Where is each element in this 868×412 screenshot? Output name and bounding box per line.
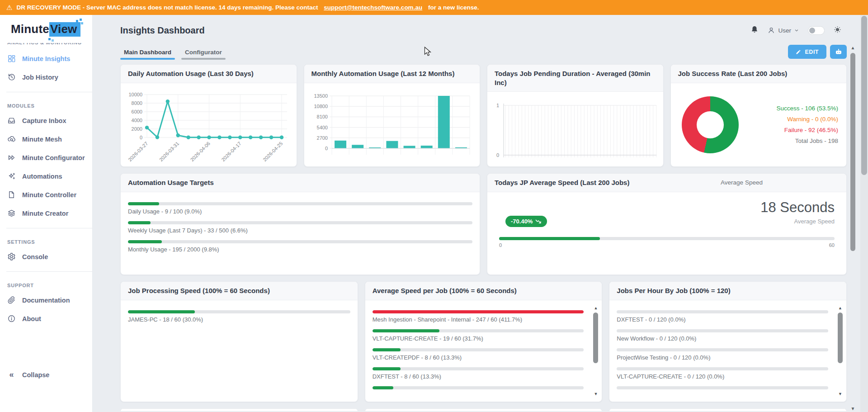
user-label: User xyxy=(778,27,791,34)
scrollbar-thumb[interactable] xyxy=(850,53,855,251)
avg-speed-per-job-list: Mesh Ingestion - Sharepoint - Internal -… xyxy=(365,300,602,389)
svg-text:2026-03-27: 2026-03-27 xyxy=(127,141,149,162)
tab-main-dashboard[interactable]: Main Dashboard xyxy=(120,47,175,59)
card-usage-targets: Automation Usage Targets Daily Usage - 9… xyxy=(120,173,480,275)
svg-text:2700: 2700 xyxy=(316,135,327,141)
sidebar-item-console[interactable]: Console xyxy=(0,247,92,266)
sidebar: MinuteView ANALYTICS & MONITORING Minute… xyxy=(0,15,93,412)
legend-item-success: Success - 106 (53.5%) xyxy=(776,103,838,114)
sidebar-item-job-history[interactable]: Job History xyxy=(0,68,92,86)
inbox-icon xyxy=(7,116,16,125)
main-content: Insights Dashboard User Main Dashboard xyxy=(93,15,868,412)
sidebar-item-minute-controller[interactable]: Minute Controller xyxy=(0,185,92,204)
sparkles-icon xyxy=(7,172,16,180)
gear-icon xyxy=(7,252,16,261)
fast-forward-icon xyxy=(7,153,16,162)
processing-speed-list: JAMES-PC - 18 / 60 (30.0%) xyxy=(121,300,358,323)
sidebar-item-automations[interactable]: Automations xyxy=(0,167,92,185)
legend-item-failure: Failure - 92 (46.5%) xyxy=(776,125,838,136)
card-jobs-per-hour: Jobs Per Hour By Job (100% = 120) DXFTES… xyxy=(609,281,847,402)
recovery-mode-banner: ⚠ DR RECOVERY MODE - Server MAC address … xyxy=(0,0,868,15)
progress-row: Daily Usage - 9 / 100 (9.0%) xyxy=(128,202,472,215)
progress-row: DXFTEST - 8 / 60 (13.3%) xyxy=(373,367,584,380)
card-monthly-usage: Monthly Automation Usage (Last 12 Months… xyxy=(304,64,481,167)
user-icon xyxy=(768,27,775,34)
sidebar-item-minute-creator[interactable]: Minute Creator xyxy=(0,204,92,223)
progress-row xyxy=(617,386,828,389)
average-speed-label: Average Speed xyxy=(794,218,835,225)
svg-text:2026-04-06: 2026-04-06 xyxy=(189,141,211,162)
card-title: Daily Automation Usage (Last 30 Days) xyxy=(121,65,297,83)
trend-down-icon xyxy=(535,219,542,224)
scroll-down-arrow[interactable]: ▼ xyxy=(849,406,856,411)
card-success-rate: Job Success Rate (Last 200 Jobs) Success… xyxy=(670,64,847,167)
paperclip-icon xyxy=(7,296,16,304)
card-title: Monthly Automation Usage (Last 12 Months… xyxy=(304,65,480,83)
scroll-down-arrow[interactable]: ▼ xyxy=(593,392,599,396)
card-jp-average-speed: Todays JP Average Speed (Last 200 Jobs) … xyxy=(487,173,847,275)
svg-text:8000: 8000 xyxy=(132,100,142,106)
toggle-knob xyxy=(809,28,815,33)
theme-toggle[interactable] xyxy=(808,26,825,35)
tab-configurator[interactable]: Configurator xyxy=(181,47,226,59)
dashboard-tabs: Main Dashboard Configurator xyxy=(120,47,226,59)
progress-row: VLT-CAPTURE-CREATE - 19 / 60 (31.7%) xyxy=(373,329,584,342)
svg-text:2026-03-31: 2026-03-31 xyxy=(158,141,180,162)
page-title: Insights Dashboard xyxy=(120,25,205,36)
scroll-up-arrow[interactable]: ▲ xyxy=(837,306,843,310)
sidebar-item-minute-insights[interactable]: Minute Insights xyxy=(0,49,92,68)
card-avg-speed-per-job: Average Speed per Job (100% = 60 Seconds… xyxy=(365,281,603,402)
scrollbar-thumb[interactable] xyxy=(838,313,843,363)
sidebar-item-about[interactable]: About xyxy=(0,309,92,328)
card-job-processing-speed: Job Processing Speed (100% = 60 Seconds)… xyxy=(120,281,358,402)
scrollbar-thumb[interactable] xyxy=(593,313,598,363)
progress-row xyxy=(373,386,584,389)
card-subtitle: Average Speed xyxy=(721,179,763,187)
legend-total-jobs: Total Jobs - 198 xyxy=(776,136,838,147)
sidebar-item-capture-inbox[interactable]: Capture Inbox xyxy=(0,111,92,130)
next-row-partial xyxy=(120,408,847,411)
sidebar-section-label: ANALYTICS & MONITORING xyxy=(7,43,85,47)
edit-button[interactable]: EDIT xyxy=(788,45,826,59)
browser-scrollbar[interactable] xyxy=(860,15,868,412)
progress-row: Weekly Usage (Last 7 Days) - 33 / 500 (6… xyxy=(128,221,472,234)
usage-targets-list: Daily Usage - 9 / 100 (9.0%) Weekly Usag… xyxy=(121,192,480,253)
card-scrollbar: ▲ ▼ xyxy=(837,306,843,396)
sun-icon[interactable] xyxy=(834,26,841,35)
user-menu[interactable]: User xyxy=(768,27,799,34)
sidebar-item-documentation[interactable]: Documentation xyxy=(0,291,92,309)
svg-text:0: 0 xyxy=(325,146,327,151)
progress-row: ProjectWise Testing - 0 / 120 (0.0%) xyxy=(617,348,828,361)
sidebar-collapse-button[interactable]: « Collapse xyxy=(0,365,92,384)
scroll-up-arrow[interactable]: ▲ xyxy=(849,45,856,50)
file-icon xyxy=(7,190,16,199)
scroll-up-arrow[interactable]: ▲ xyxy=(593,306,599,310)
success-rate-donut-chart xyxy=(682,96,739,153)
success-rate-legend: Success - 106 (53.5%)Warning - 0 (0.0%)F… xyxy=(776,103,838,147)
average-speed-value: 18 Seconds xyxy=(760,199,835,216)
speed-change-badge: -70.40% xyxy=(505,216,547,227)
sidebar-item-minute-mesh[interactable]: Minute Mesh xyxy=(0,130,92,148)
card-title: Average Speed per Job (100% = 60 Seconds… xyxy=(365,282,602,300)
svg-text:5400: 5400 xyxy=(316,125,327,130)
progress-row: JAMES-PC - 18 / 60 (30.0%) xyxy=(128,310,350,323)
scroll-down-arrow[interactable]: ▼ xyxy=(837,392,843,396)
progress-row: Monthly Usage - 195 / 2000 (9.8%) xyxy=(128,240,472,253)
sidebar-section-label: MODULES xyxy=(7,103,85,109)
card-title: Todays Job Pending Duration - Averaged (… xyxy=(487,65,663,92)
banner-text: DR RECOVERY MODE - Server MAC address do… xyxy=(16,4,320,11)
divider xyxy=(6,92,92,92)
app-logo: MinuteView xyxy=(0,15,92,37)
svg-text:2026-04-17: 2026-04-17 xyxy=(220,141,242,162)
scrollbar-thumb[interactable] xyxy=(861,16,867,175)
svg-text:2000: 2000 xyxy=(132,126,142,132)
progress-row: DXFTEST - 0 / 120 (0.0%) xyxy=(617,310,828,323)
svg-text:0: 0 xyxy=(140,135,142,140)
support-email-link[interactable]: support@tentechsoftware.com.au xyxy=(324,4,422,11)
bell-icon[interactable] xyxy=(750,25,759,36)
average-speed-progress xyxy=(499,237,835,240)
sidebar-section-label: SUPPORT xyxy=(7,283,85,288)
sidebar-item-minute-configurator[interactable]: Minute Configurator xyxy=(0,148,92,167)
assistant-bot-button[interactable] xyxy=(830,45,847,59)
legend-item-warning: Warning - 0 (0.0%) xyxy=(776,114,838,125)
